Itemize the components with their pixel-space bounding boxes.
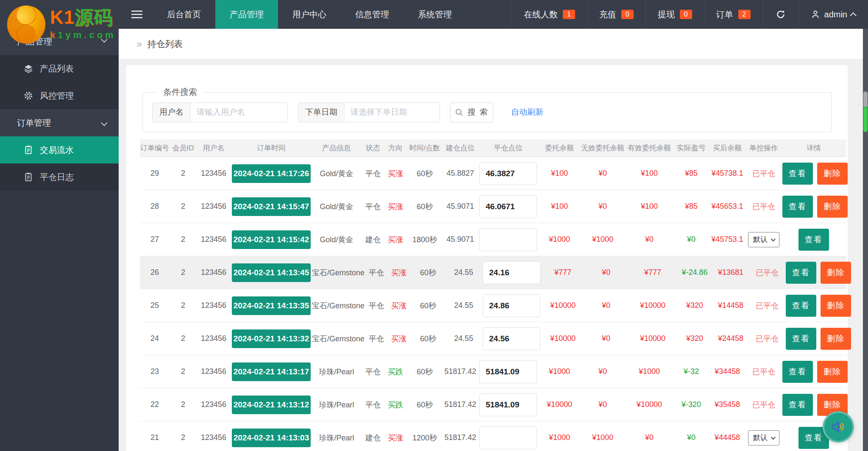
delete-button[interactable]: 删除 (821, 328, 851, 350)
sidebar-item-trade-flow[interactable]: 交易流水 (0, 136, 119, 163)
close-point-input[interactable] (483, 327, 540, 350)
duration: 60秒 (409, 268, 447, 278)
nav-tab-information[interactable]: 信息管理 (341, 0, 403, 29)
search-button-label: 搜 索 (467, 107, 488, 118)
vertical-scrollbar-thumb[interactable] (863, 91, 868, 132)
column-header: 用户名 (197, 143, 231, 153)
column-header: 会员ID (170, 143, 197, 153)
view-button[interactable]: 查看 (786, 262, 816, 284)
close-point-cell (477, 426, 539, 449)
search-button[interactable]: 搜 索 (450, 102, 493, 122)
username-input[interactable] (191, 103, 287, 122)
close-point-input[interactable] (479, 393, 537, 416)
delete-button[interactable]: 删除 (817, 163, 848, 185)
nav-tab-dashboard[interactable]: 后台首页 (153, 0, 215, 29)
order-time-cell: 2024-02-21 14:17:26 (231, 164, 312, 183)
position-status: 平仓 (364, 301, 388, 311)
nav-tab-products[interactable]: 产品管理 (215, 0, 278, 29)
column-header: 状态 (361, 143, 385, 153)
sidebar: 产品管理 K1源码 k1ym.com 产品列表 (0, 0, 119, 451)
status-online-users[interactable]: 在线人数 1 (512, 0, 587, 29)
close-point-cell (481, 294, 542, 317)
order-date-input[interactable] (345, 103, 440, 122)
sidebar-group-product-header[interactable]: 产品管理 K1源码 k1ym.com (0, 0, 119, 55)
column-header: 产品信息 (312, 143, 361, 153)
close-point-input[interactable] (479, 195, 537, 218)
column-header: 单控操作 (745, 143, 782, 153)
sidebar-item-close-log[interactable]: 平仓日志 (0, 163, 119, 191)
row-actions: 查看 (782, 229, 845, 251)
chevron-up-icon (851, 10, 856, 19)
entrust-balance: ¥1000 (539, 433, 580, 442)
position-status: 平仓 (361, 367, 385, 377)
actual-profit: ¥320 (676, 301, 713, 310)
table-row: 2921234562024-02-21 14:17:26Gold/黄金平仓买涨6… (140, 157, 846, 190)
balance-after: ¥44458 (709, 433, 745, 442)
sidebar-item-risk-control[interactable]: 风控管理 (0, 82, 119, 109)
document-icon (24, 172, 33, 182)
close-point-input[interactable] (483, 294, 540, 317)
product-info: Gold/黄金 (312, 169, 361, 179)
refresh-button[interactable] (762, 0, 798, 29)
product-info: 宝石/Gemstone (312, 334, 364, 344)
view-button[interactable]: 查看 (786, 295, 816, 317)
delete-button[interactable]: 删除 (821, 295, 851, 317)
sidebar-item-product-list[interactable]: 产品列表 (0, 55, 119, 82)
menu-toggle-button[interactable] (119, 0, 153, 29)
close-point-input[interactable] (479, 426, 537, 449)
table-row: 2121234562024-02-21 14:13:03珍珠/Pearl建仓买涨… (140, 421, 846, 451)
close-point-input[interactable] (483, 261, 540, 284)
actual-profit: ¥-32 (673, 367, 709, 376)
control-select[interactable]: 默认 (748, 232, 779, 247)
search-panel-legend: 条件搜索 (157, 86, 203, 98)
closed-status-label: 已平仓 (756, 335, 779, 343)
vertical-scrollbar-track[interactable] (863, 29, 868, 451)
view-button[interactable]: 查看 (786, 328, 816, 350)
view-button[interactable]: 查看 (782, 196, 813, 218)
view-button[interactable]: 查看 (782, 361, 813, 383)
delete-button[interactable]: 删除 (821, 262, 851, 284)
auto-refresh-link[interactable]: 自动刷新 (511, 107, 543, 118)
nav-tab-system[interactable]: 系统管理 (403, 0, 466, 29)
user-menu[interactable]: admin (798, 0, 868, 29)
speaker-icon (830, 420, 846, 434)
valid-entrust-balance: ¥10000 (629, 334, 676, 343)
page-title: 持仓列表 (147, 38, 183, 50)
view-button[interactable]: 查看 (782, 163, 813, 185)
sound-notification-button[interactable] (823, 411, 854, 443)
brand-title: K1源码 (50, 5, 113, 30)
control-select[interactable]: 默认 (748, 430, 779, 445)
closed-status-label: 已平仓 (752, 368, 775, 376)
direction-label: 买跌 (388, 401, 403, 409)
username: 123456 (197, 400, 231, 409)
status-orders[interactable]: 订单 2 (704, 0, 762, 29)
order-time-badge: 2024-02-21 14:15:47 (232, 197, 311, 216)
order-time-badge: 2024-02-21 14:13:17 (232, 362, 311, 381)
order-time-cell: 2024-02-21 14:13:32 (231, 329, 312, 348)
status-recharge[interactable]: 充值 0 (587, 0, 645, 29)
entrust-balance: ¥10000 (542, 334, 583, 343)
close-point-input[interactable] (479, 360, 537, 383)
close-point-input[interactable] (479, 162, 537, 185)
delete-button[interactable]: 删除 (817, 196, 848, 218)
control-select-value: 默认 (753, 433, 768, 443)
row-actions: 查看删除 (782, 163, 848, 185)
closed-status-label: 已平仓 (756, 268, 779, 277)
member-id: 2 (170, 334, 197, 343)
actual-profit: ¥320 (676, 334, 713, 343)
status-withdraw[interactable]: 提现 0 (645, 0, 704, 29)
member-id: 2 (170, 301, 197, 310)
view-button[interactable]: 查看 (798, 229, 829, 251)
top-navbar: 后台首页 产品管理 用户中心 信息管理 系统管理 在线人数 1 充值 0 提现 … (119, 0, 868, 29)
entrust-balance: ¥10000 (542, 301, 583, 310)
close-point-input[interactable] (479, 228, 537, 251)
view-button[interactable]: 查看 (782, 394, 813, 416)
sidebar-group-orders-header[interactable]: 订单管理 (0, 109, 119, 136)
username: 123456 (197, 169, 231, 178)
entrust-balance: ¥777 (542, 268, 583, 277)
nav-tab-users[interactable]: 用户中心 (278, 0, 341, 29)
order-number: 22 (140, 400, 170, 409)
delete-button[interactable]: 删除 (817, 361, 848, 383)
product-info: Gold/黄金 (312, 235, 361, 245)
status-label: 在线人数 (524, 9, 558, 20)
